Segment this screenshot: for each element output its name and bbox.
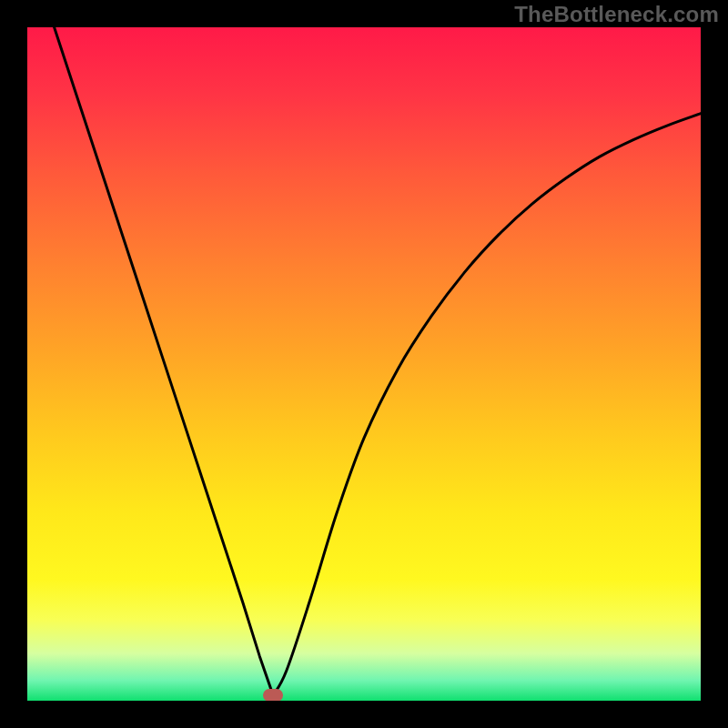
chart-svg <box>27 27 701 701</box>
chart-frame: TheBottleneck.com <box>0 0 728 728</box>
optimal-point-marker <box>263 689 283 701</box>
watermark-text: TheBottleneck.com <box>514 2 719 27</box>
plot-area <box>27 27 701 701</box>
gradient-bg <box>27 27 701 701</box>
